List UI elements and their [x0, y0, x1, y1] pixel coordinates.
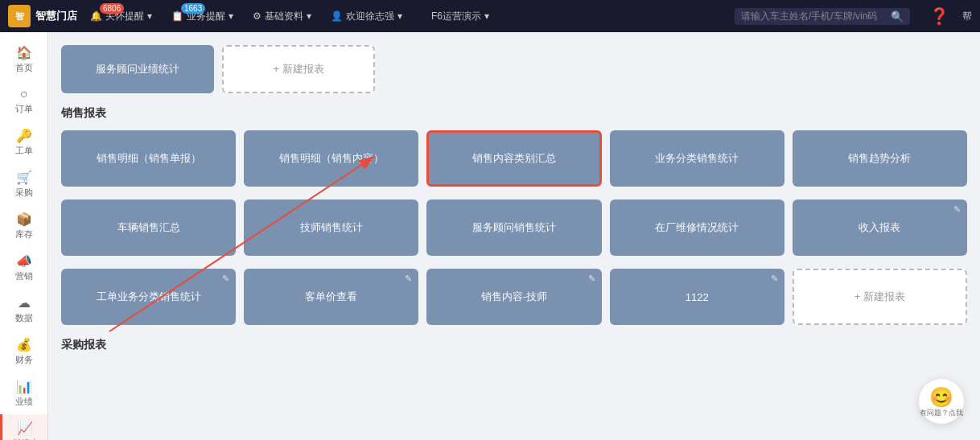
top-new-label: + 新建报表 [273, 62, 323, 76]
chevron-down-icon2: ▾ [229, 10, 233, 22]
search-bar[interactable]: 🔍 [735, 8, 910, 25]
edit-icon5: ✎ [771, 273, 778, 284]
chevron-down-icon4: ▾ [397, 10, 402, 22]
top-new-card[interactable]: + 新建报表 [222, 45, 375, 93]
chat-widget[interactable]: 😊 有问题？点我 [919, 379, 964, 424]
clipboard-icon: 📋 [171, 10, 183, 22]
service-advisor-sales-card[interactable]: 服务顾问销售统计 [426, 199, 601, 256]
sidebar-item-marketing[interactable]: 📣 营销 [0, 247, 47, 289]
f6-label: F6运营演示 [431, 10, 481, 23]
sidebar-label-inventory: 库存 [15, 228, 33, 241]
base-data-label: 基础资料 [265, 10, 303, 23]
edit-icon3: ✎ [405, 273, 412, 284]
sales-detail-content-card[interactable]: 销售明细（销售内容） [244, 130, 418, 187]
sidebar-item-new-report[interactable]: 📈 新报表 [0, 414, 47, 440]
edit-icon2: ✎ [222, 273, 229, 284]
sidebar-item-purchase[interactable]: 🛒 采购 [0, 163, 47, 205]
data-icon: ☁ [18, 295, 31, 310]
sidebar: 🏠 首页 ○ 订单 🔑 工单 🛒 采购 📦 库存 📣 营销 ☁ 数据 💰 财务 … [0, 32, 48, 440]
1122-card[interactable]: ✎ 1122 [610, 269, 784, 325]
sales-grid-wrapper: 销售明细（销售单报） 销售明细（销售内容） 销售内容类别汇总 业务分类销售统计 … [61, 130, 967, 325]
sales-row-1: 销售明细（销售单报） 销售明细（销售内容） 销售内容类别汇总 业务分类销售统计 … [61, 130, 967, 187]
sidebar-label-workorder: 工单 [15, 145, 33, 157]
chevron-down-icon5: ▾ [484, 10, 489, 22]
service-advisor-label: 服务顾问业绩统计 [96, 62, 179, 76]
sales-business-category-card[interactable]: 业务分类销售统计 [610, 130, 784, 187]
workorder-business-sales-card[interactable]: ✎ 工单业务分类销售统计 [61, 269, 236, 325]
bell-icon: 🔔 [90, 10, 102, 22]
vehicle-sales-summary-card[interactable]: 车辆销售汇总 [61, 199, 236, 256]
inventory-icon: 📦 [16, 212, 32, 227]
chat-label: 有问题？点我 [920, 409, 963, 417]
sidebar-label-purchase: 采购 [15, 187, 33, 199]
technician-sales-card[interactable]: 技师销售统计 [244, 199, 418, 256]
purchase-icon: 🛒 [16, 170, 32, 185]
business-badge: 1663 [181, 3, 205, 14]
gear-icon: ⚙ [253, 10, 261, 22]
sidebar-label-home: 首页 [15, 62, 33, 74]
edit-icon4: ✎ [588, 273, 595, 284]
nav-base-data[interactable]: ⚙ 基础资料 ▾ [253, 10, 311, 23]
sales-section-title: 销售报表 [61, 106, 967, 121]
sidebar-item-finance[interactable]: 💰 财务 [0, 331, 47, 372]
sidebar-item-order[interactable]: ○ 订单 [0, 80, 47, 121]
help-label: 帮 [962, 10, 972, 23]
sidebar-label-marketing: 营销 [15, 270, 33, 282]
chevron-down-icon3: ▾ [307, 10, 311, 22]
customer-unit-price-card[interactable]: ✎ 客单价查看 [244, 269, 418, 325]
sidebar-label-finance: 财务 [15, 354, 33, 366]
sales-row-2: 车辆销售汇总 技师销售统计 服务顾问销售统计 在厂维修情况统计 ✎ 收入报表 [61, 199, 967, 256]
sidebar-item-performance[interactable]: 📊 业绩 [0, 372, 47, 414]
finance-icon: 💰 [16, 337, 32, 352]
user-icon: 👤 [331, 10, 343, 22]
search-input[interactable] [741, 10, 886, 22]
sidebar-item-data[interactable]: ☁ 数据 [0, 289, 47, 331]
sales-content-technician-card[interactable]: ✎ 销售内容-技师 [426, 269, 601, 325]
sidebar-item-workorder[interactable]: 🔑 工单 [0, 121, 47, 163]
sidebar-label-order: 订单 [15, 103, 33, 115]
sales-new-card[interactable]: + 新建报表 [793, 269, 967, 325]
chevron-down-icon: ▾ [147, 10, 152, 22]
service-advisor-card[interactable]: 服务顾问业绩统计 [61, 45, 214, 93]
sidebar-label-performance: 业绩 [15, 396, 33, 408]
nav-logo[interactable]: 智 智慧门店 [8, 5, 77, 27]
edit-icon: ✎ [953, 204, 961, 215]
order-icon: ○ [20, 87, 28, 101]
sales-row-3: ✎ 工单业务分类销售统计 ✎ 客单价查看 ✎ 销售内容-技师 ✎ 1122 + … [61, 269, 967, 325]
performance-icon: 📊 [16, 379, 32, 394]
nav-care-reminder[interactable]: 🔔 关怀提醒 6806 ▾ [90, 10, 152, 23]
nav-business-reminder[interactable]: 📋 业务提醒 1663 ▾ [171, 10, 233, 23]
care-badge: 6806 [100, 3, 124, 14]
sidebar-item-home[interactable]: 🏠 首页 [0, 39, 47, 80]
purchase-section-title: 采购报表 [61, 338, 967, 352]
sidebar-item-inventory[interactable]: 📦 库存 [0, 205, 47, 247]
chat-icon: 😊 [929, 386, 953, 409]
top-partial-row: 服务顾问业绩统计 + 新建报表 [61, 45, 967, 93]
sidebar-label-data: 数据 [15, 312, 33, 324]
nav-f6[interactable]: F6运营演示 ▾ [431, 10, 489, 23]
sales-detail-single-card[interactable]: 销售明细（销售单报） [61, 130, 236, 187]
user-label: 欢迎徐志强 [346, 10, 394, 23]
workorder-icon: 🔑 [16, 128, 32, 143]
help-button[interactable]: ❓ [929, 6, 949, 26]
home-icon: 🏠 [16, 45, 32, 60]
logo-text: 智慧门店 [35, 9, 77, 23]
top-nav: 智 智慧门店 🔔 关怀提醒 6806 ▾ 📋 业务提醒 1663 ▾ ⚙ 基础资… [0, 0, 980, 32]
main-content: 服务顾问业绩统计 + 新建报表 销售报表 销售明细（销售单报） 销售明细（销售内… [48, 32, 980, 440]
marketing-icon: 📣 [16, 253, 32, 269]
new-report-icon: 📈 [17, 421, 33, 436]
in-factory-repair-card[interactable]: 在厂维修情况统计 [610, 199, 784, 256]
sales-trend-card[interactable]: 销售趋势分析 [793, 130, 967, 187]
search-icon[interactable]: 🔍 [891, 10, 904, 23]
nav-user[interactable]: 👤 欢迎徐志强 ▾ [331, 10, 402, 23]
sales-content-category-card[interactable]: 销售内容类别汇总 [426, 130, 601, 187]
income-report-card[interactable]: ✎ 收入报表 [793, 199, 967, 256]
sales-new-label: + 新建报表 [854, 290, 905, 304]
logo-icon: 智 [8, 5, 31, 27]
